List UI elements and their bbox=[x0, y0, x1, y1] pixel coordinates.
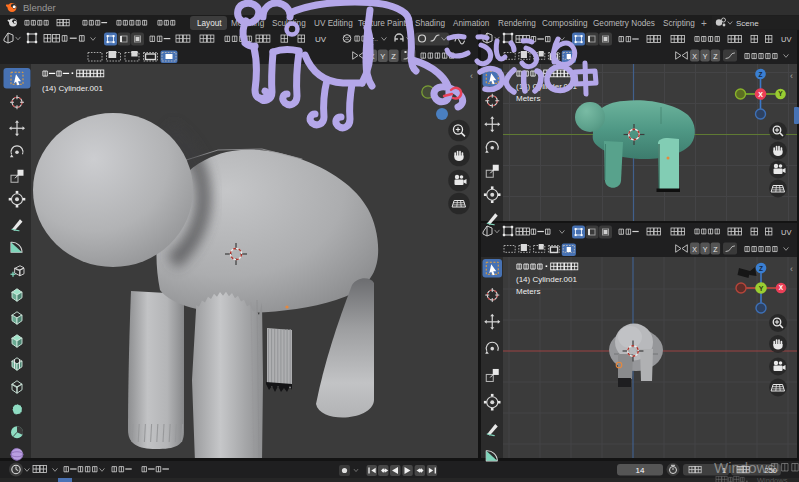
svg-text:Z: Z bbox=[713, 246, 718, 253]
svg-text:UV Editing: UV Editing bbox=[314, 19, 353, 28]
svg-text:Y: Y bbox=[759, 285, 764, 292]
svg-text:Windows: Windows bbox=[714, 459, 775, 476]
svg-text:(14) Cylinder.001: (14) Cylinder.001 bbox=[516, 275, 577, 284]
svg-text:Compositing: Compositing bbox=[542, 19, 588, 28]
svg-text:X: X bbox=[779, 284, 784, 291]
svg-text:Animation: Animation bbox=[453, 19, 490, 28]
svg-text:X: X bbox=[692, 53, 697, 60]
svg-text:Meters: Meters bbox=[516, 287, 540, 296]
svg-text:‹: ‹ bbox=[790, 71, 793, 81]
svg-text:X: X bbox=[758, 91, 763, 98]
svg-text:Z: Z bbox=[759, 265, 763, 272]
svg-text:‹: ‹ bbox=[470, 71, 473, 81]
svg-text:Geometry Nodes: Geometry Nodes bbox=[593, 19, 655, 28]
svg-text:Z: Z bbox=[391, 52, 396, 61]
svg-text:UV: UV bbox=[315, 35, 327, 44]
svg-text:Y: Y bbox=[703, 53, 708, 60]
svg-text:Scripting: Scripting bbox=[663, 19, 695, 28]
svg-text:Z: Z bbox=[759, 71, 763, 78]
svg-text:Layout: Layout bbox=[197, 19, 222, 28]
svg-text:...: ... bbox=[373, 36, 378, 42]
svg-text:UV: UV bbox=[781, 35, 791, 44]
svg-text:Scene: Scene bbox=[736, 19, 759, 28]
svg-text:Blender: Blender bbox=[23, 2, 56, 13]
svg-text:UV: UV bbox=[781, 228, 791, 237]
svg-text:Y: Y bbox=[380, 52, 385, 61]
svg-text:Z: Z bbox=[713, 53, 718, 60]
svg-text:Meters: Meters bbox=[516, 94, 540, 103]
svg-text:Windows: Windows bbox=[757, 476, 788, 482]
svg-text:14: 14 bbox=[636, 466, 645, 475]
svg-text:(14) Cylinder.001: (14) Cylinder.001 bbox=[42, 84, 103, 93]
svg-text:Rendering: Rendering bbox=[498, 19, 536, 28]
svg-text:Y: Y bbox=[703, 246, 708, 253]
svg-text:Y: Y bbox=[778, 90, 783, 97]
svg-text:Shading: Shading bbox=[415, 19, 445, 28]
svg-text:+: + bbox=[701, 18, 707, 29]
svg-text:X: X bbox=[692, 246, 697, 253]
svg-text:‹: ‹ bbox=[790, 264, 793, 274]
